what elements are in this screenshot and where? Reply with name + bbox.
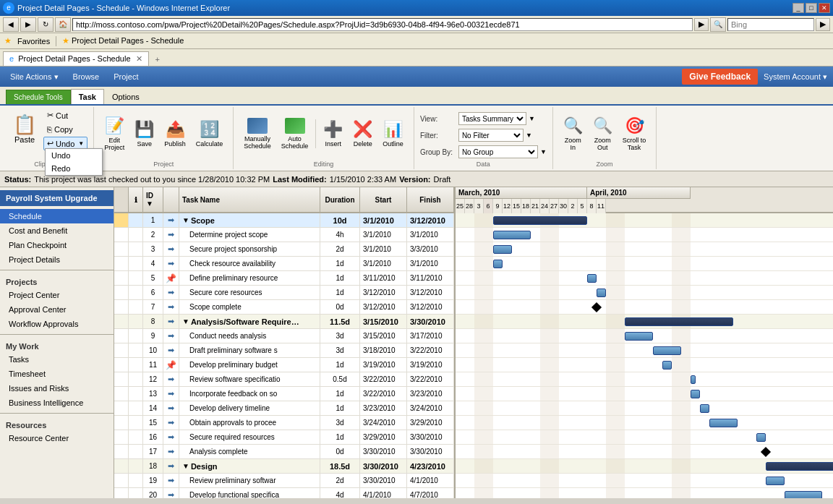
col-header-id[interactable]: ID ▼	[143, 187, 163, 212]
task-row[interactable]: 8➡▼Analysis/Software Require…11.5d3/15/2…	[114, 315, 454, 329]
delete-icon: ❌	[353, 120, 372, 139]
ribbon-toolbar: 📋 Paste ✂ Cut ⎘ Copy ↩ Undo ▼	[0, 106, 833, 171]
view-label: View:	[420, 115, 456, 123]
tab-options[interactable]: Options	[104, 89, 148, 104]
task-row[interactable]: 1➡▼Scope10d3/1/20103/12/2010	[114, 213, 454, 228]
filter-dropdown[interactable]: No Filter	[458, 129, 524, 142]
search-btn[interactable]: 🔍	[710, 17, 726, 32]
sidebar-item-issues-risks[interactable]: Issues and Risks	[0, 381, 114, 396]
sidebar-item-approval-center[interactable]: Approval Center	[0, 302, 114, 317]
search-go-btn[interactable]: ▶	[816, 18, 830, 31]
site-actions-btn[interactable]: Site Actions ▾	[6, 71, 63, 83]
col-header-taskname[interactable]: Task Name	[179, 187, 320, 212]
sidebar-item-business-intelligence[interactable]: Business Intelligence	[0, 396, 114, 410]
task-row[interactable]: 16➡Secure required resources1d3/29/20103…	[114, 430, 454, 445]
search-input[interactable]	[727, 18, 814, 31]
edit-project-btn[interactable]: 📝 EditProject	[100, 114, 129, 154]
calculate-btn[interactable]: 🔢 Calculate	[192, 117, 228, 150]
groupby-dropdown[interactable]: No Group	[458, 145, 538, 158]
tab-bar: e Project Detail Pages - Schedule ✕ +	[0, 49, 833, 67]
undo-dropdown-arrow[interactable]: ▼	[78, 140, 84, 147]
browse-btn[interactable]: Browse	[69, 71, 104, 82]
task-row[interactable]: 3➡Secure project sponsorship2d3/1/20103/…	[114, 242, 454, 257]
view-dropdown[interactable]: Tasks Summary	[458, 112, 526, 125]
url-input[interactable]	[72, 18, 693, 31]
sidebar-item-workflow-approvals[interactable]: Workflow Approvals	[0, 317, 114, 331]
tab-task[interactable]: Task	[71, 89, 104, 104]
zoom-out-icon: 🔍	[593, 116, 612, 135]
sidebar-item-plan-checkpoint[interactable]: Plan Checkpoint	[0, 238, 114, 252]
copy-btn[interactable]: ⎘ Copy	[43, 123, 87, 136]
col-header-duration[interactable]: Duration	[320, 187, 360, 212]
outline-btn[interactable]: 📊 Outline	[378, 117, 408, 150]
task-row[interactable]: 4➡Check resource availability1d3/1/20103…	[114, 257, 454, 271]
editing-group: ManuallySchedule AutoSchedule ➕ Insert ❌…	[234, 107, 414, 169]
fav-tab-item[interactable]: ★ Project Detail Pages - Schedule	[62, 36, 184, 46]
tab-schedule-tools[interactable]: Schedule Tools	[6, 90, 71, 104]
insert-btn[interactable]: ➕ Insert	[319, 117, 347, 150]
groupby-arrow[interactable]: ▼	[540, 148, 547, 155]
edit-project-icon: 📝	[105, 116, 124, 135]
close-btn[interactable]: ✕	[819, 3, 830, 13]
col-header-finish[interactable]: Finish	[407, 187, 454, 212]
col-header-info[interactable]: ℹ	[129, 187, 143, 212]
go-btn[interactable]: ▶	[694, 18, 709, 31]
filter-arrow[interactable]: ▼	[526, 132, 532, 139]
sidebar-item-schedule[interactable]: Schedule	[0, 209, 114, 223]
task-row[interactable]: 9➡Conduct needs analysis3d3/15/20103/17/…	[114, 329, 454, 343]
window-controls[interactable]: _ □ ✕	[793, 3, 830, 13]
sidebar-item-timesheet[interactable]: Timesheet	[0, 367, 114, 381]
save-btn[interactable]: 💾 Save	[130, 117, 158, 150]
tab-close-icon[interactable]: ✕	[136, 54, 142, 63]
zoom-out-btn[interactable]: 🔍 ZoomOut	[589, 114, 617, 154]
delete-btn[interactable]: ❌ Delete	[349, 117, 377, 150]
favorites-bar: ★ Favorites ★ Project Detail Pages - Sch…	[0, 33, 833, 49]
task-row[interactable]: 10➡Draft preliminary software s3d3/18/20…	[114, 343, 454, 358]
sidebar-item-cost-benefit[interactable]: Cost and Benefit	[0, 223, 114, 238]
task-row[interactable]: 11📌Develop preliminary budget1d3/19/2010…	[114, 358, 454, 372]
zoom-in-btn[interactable]: 🔍 ZoomIn	[559, 114, 587, 154]
project-btn[interactable]: Project	[109, 71, 142, 82]
gantt-body	[454, 213, 833, 498]
forward-btn[interactable]: ▶	[20, 17, 36, 32]
home-btn[interactable]: 🏠	[55, 17, 71, 32]
version-label: Version:	[399, 175, 430, 184]
feedback-btn[interactable]: Give Feedback	[682, 69, 758, 85]
undo-dropdown-undo[interactable]: Undo	[46, 149, 102, 162]
sidebar-item-tasks[interactable]: Tasks	[0, 352, 114, 367]
auto-schedule-btn[interactable]: AutoSchedule	[277, 115, 313, 153]
favorites-label[interactable]: Favorites	[17, 37, 50, 46]
task-row[interactable]: 6➡Secure core resources1d3/12/20103/12/2…	[114, 286, 454, 300]
task-row[interactable]: 17➡Analysis complete0d3/30/20103/30/2010	[114, 445, 454, 459]
task-row[interactable]: 7➡Scope complete0d3/12/20103/12/2010	[114, 300, 454, 315]
sidebar-item-resource-center[interactable]: Resource Center	[0, 431, 114, 445]
project-title[interactable]: Payroll System Upgrade	[0, 190, 114, 206]
sidebar-item-project-details[interactable]: Project Details	[0, 252, 114, 267]
task-row[interactable]: 2➡Determine project scope4h3/1/20103/1/2…	[114, 228, 454, 242]
sidebar-item-project-center[interactable]: Project Center	[0, 288, 114, 302]
manually-schedule-btn[interactable]: ManuallySchedule	[239, 115, 275, 153]
task-row[interactable]: 12➡Review software specificatio0.5d3/22/…	[114, 372, 454, 387]
paste-btn[interactable]: 📋 Paste	[9, 112, 40, 147]
minimize-btn[interactable]: _	[793, 3, 804, 13]
task-row[interactable]: 20➡Develop functional specifica4d4/1/201…	[114, 488, 454, 498]
back-btn[interactable]: ◀	[3, 17, 19, 32]
new-tab-btn[interactable]: +	[150, 53, 165, 66]
col-header-start[interactable]: Start	[360, 187, 407, 212]
maximize-btn[interactable]: □	[806, 3, 817, 13]
task-row[interactable]: 13➡Incorporate feedback on so1d3/22/2010…	[114, 387, 454, 401]
system-account[interactable]: System Account ▾	[764, 72, 827, 82]
refresh-btn[interactable]: ↻	[38, 17, 54, 32]
task-row[interactable]: 14➡Develop delivery timeline1d3/23/20103…	[114, 401, 454, 416]
active-tab[interactable]: e Project Detail Pages - Schedule ✕	[3, 51, 149, 66]
task-row[interactable]: 15➡Obtain approvals to procee3d3/24/2010…	[114, 416, 454, 430]
view-arrow[interactable]: ▼	[529, 115, 535, 122]
cut-btn[interactable]: ✂ Cut	[43, 108, 87, 122]
undo-dropdown-redo[interactable]: Redo	[46, 162, 102, 175]
scroll-to-task-btn[interactable]: 🎯 Scroll toTask	[618, 114, 651, 154]
editing-group-label: Editing	[314, 161, 334, 168]
publish-btn[interactable]: 📤 Publish	[160, 117, 190, 150]
task-row[interactable]: 18➡▼Design18.5d3/30/20104/23/2010	[114, 459, 454, 474]
task-row[interactable]: 19➡Review preliminary softwar2d3/30/2010…	[114, 474, 454, 488]
task-row[interactable]: 5📌Define preliminary resource1d3/11/2010…	[114, 271, 454, 286]
